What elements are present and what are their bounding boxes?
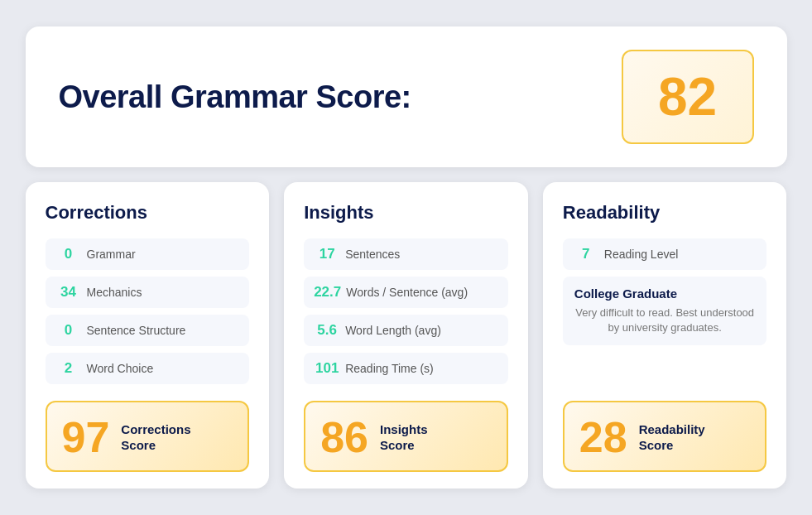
readability-score-label-1: Readability bbox=[639, 421, 705, 438]
corrections-mechanics-label: Mechanics bbox=[87, 286, 142, 299]
insights-item-sentences: 17 Sentences bbox=[304, 238, 508, 270]
insights-score-label-2: Score bbox=[380, 437, 428, 454]
corrections-grammar-label: Grammar bbox=[87, 248, 136, 261]
corrections-item-wordchoice: 2 Word Choice bbox=[46, 353, 250, 384]
college-graduate-desc: Very difficult to read. Best understood … bbox=[574, 306, 756, 335]
corrections-card: Corrections 0 Grammar 34 Mechanics 0 Sen… bbox=[26, 182, 270, 489]
overall-score-title: Overall Grammar Score: bbox=[59, 79, 411, 115]
corrections-wordchoice-number: 2 bbox=[55, 360, 82, 377]
overall-score-card: Overall Grammar Score: 82 bbox=[26, 26, 787, 167]
insights-sentences-number: 17 bbox=[314, 246, 340, 262]
insights-title: Insights bbox=[304, 202, 508, 224]
corrections-wordchoice-label: Word Choice bbox=[87, 362, 154, 375]
corrections-item-mechanics: 34 Mechanics bbox=[46, 277, 250, 308]
readability-title: Readability bbox=[563, 202, 767, 224]
insights-rt-label: Reading Time (s) bbox=[345, 362, 434, 375]
insights-wps-label: Words / Sentence (avg) bbox=[346, 286, 468, 299]
insights-wl-label: Word Length (avg) bbox=[345, 324, 441, 337]
college-graduate-title: College Graduate bbox=[574, 286, 756, 301]
insights-card: Insights 17 Sentences 22.7 Words / Sente… bbox=[284, 182, 528, 489]
readability-score-label-2: Score bbox=[639, 437, 705, 454]
overall-score-box: 82 bbox=[622, 50, 754, 144]
insights-item-word-length: 5.6 Word Length (avg) bbox=[304, 315, 508, 346]
corrections-mechanics-number: 34 bbox=[55, 284, 82, 301]
insights-score-badge: 86 Insights Score bbox=[304, 401, 508, 472]
readability-score-value: 28 bbox=[579, 416, 627, 459]
insights-sentences-label: Sentences bbox=[345, 248, 400, 261]
readability-score-badge: 28 Readability Score bbox=[563, 401, 767, 472]
overall-score-value: 82 bbox=[658, 66, 717, 128]
corrections-score-label-2: Score bbox=[121, 437, 190, 454]
corrections-item-grammar: 0 Grammar bbox=[46, 238, 250, 270]
corrections-score-badge: 97 Corrections Score bbox=[46, 401, 250, 472]
corrections-score-value: 97 bbox=[62, 416, 110, 459]
insights-item-words-per-sentence: 22.7 Words / Sentence (avg) bbox=[304, 277, 508, 308]
insights-wl-number: 5.6 bbox=[314, 322, 340, 339]
insights-score-value: 86 bbox=[320, 416, 368, 459]
readability-level-row: 7 Reading Level bbox=[563, 238, 767, 270]
insights-rt-number: 101 bbox=[314, 360, 340, 377]
corrections-item-sentence: 0 Sentence Structure bbox=[46, 315, 250, 346]
insights-score-label-1: Insights bbox=[380, 421, 428, 438]
columns-grid: Corrections 0 Grammar 34 Mechanics 0 Sen… bbox=[26, 182, 787, 489]
corrections-sentence-number: 0 bbox=[55, 322, 82, 339]
insights-wps-number: 22.7 bbox=[314, 284, 341, 301]
readability-level-label: Reading Level bbox=[604, 248, 679, 261]
readability-level-number: 7 bbox=[573, 246, 599, 262]
college-graduate-box: College Graduate Very difficult to read.… bbox=[563, 277, 767, 345]
readability-card: Readability 7 Reading Level College Grad… bbox=[543, 182, 787, 489]
main-container: Overall Grammar Score: 82 Corrections 0 … bbox=[26, 26, 787, 489]
corrections-sentence-label: Sentence Structure bbox=[87, 324, 186, 337]
corrections-title: Corrections bbox=[46, 202, 250, 224]
corrections-grammar-number: 0 bbox=[55, 246, 82, 262]
corrections-score-label-1: Corrections bbox=[121, 421, 190, 438]
insights-item-reading-time: 101 Reading Time (s) bbox=[304, 353, 508, 384]
